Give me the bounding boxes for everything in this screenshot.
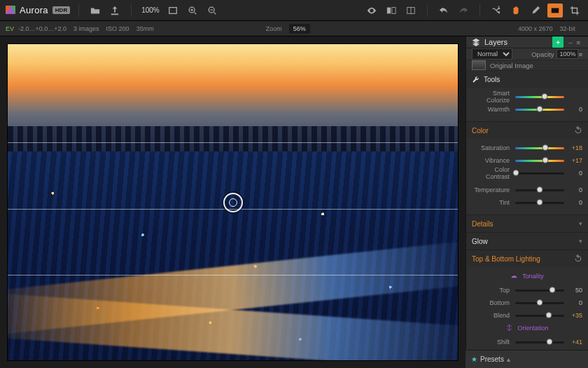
tonality-subheader: Tonality xyxy=(472,270,582,284)
opacity-value[interactable]: 100% xyxy=(556,49,578,59)
wrench-icon xyxy=(472,76,479,83)
layer-extra-button[interactable]: ≡ xyxy=(578,50,582,58)
info-bar: EV -2.0…+0.0…+2.0 3 images ISO 200 35mm … xyxy=(0,21,588,36)
app-name: Aurora xyxy=(20,5,48,15)
compare-button[interactable] xyxy=(384,4,399,18)
color-header[interactable]: Color xyxy=(466,122,588,139)
svg-rect-0 xyxy=(169,7,177,13)
layers-menu-button[interactable]: ≡ xyxy=(574,39,582,46)
opacity-label: Opacity xyxy=(512,50,556,58)
zoom-in-button[interactable] xyxy=(185,4,200,18)
star-icon: ★ xyxy=(471,355,477,363)
layer-options-row: Normal Opacity 100% ≡ xyxy=(466,48,588,60)
top-toolbar: Aurora HDR 100% xyxy=(0,0,588,21)
layers-title: Layers xyxy=(484,38,552,46)
redo-button[interactable] xyxy=(456,4,471,18)
brush-tool-button[interactable] xyxy=(528,4,543,18)
reset-icon[interactable] xyxy=(574,126,582,135)
ev-label: EV xyxy=(6,25,14,32)
preview-button[interactable] xyxy=(364,4,379,18)
shuffle-button[interactable] xyxy=(489,4,504,18)
blend-mode-select[interactable]: Normal xyxy=(472,48,512,60)
tools-title: Tools xyxy=(484,76,500,83)
reset-icon[interactable] xyxy=(574,254,582,263)
app-badge: HDR xyxy=(52,6,70,14)
blend-slider[interactable]: Blend+35 xyxy=(472,309,582,322)
chevron-up-icon: ▴ xyxy=(507,355,510,363)
presets-label: Presets xyxy=(480,355,504,363)
image-canvas[interactable] xyxy=(7,43,458,361)
open-button[interactable] xyxy=(88,4,103,18)
orientation-subheader: Orientation xyxy=(472,322,582,336)
glow-header[interactable]: Glow▾ xyxy=(466,233,588,250)
tonality-icon xyxy=(510,272,518,280)
color-contrast-slider[interactable]: Color Contrast 0 xyxy=(472,167,582,179)
saturation-slider[interactable]: Saturation +18 xyxy=(472,142,582,154)
bit-depth: 32-bit xyxy=(559,25,575,32)
canvas-area[interactable] xyxy=(0,36,465,368)
crop-tool-button[interactable] xyxy=(567,4,582,18)
zoom-label: Zoom xyxy=(266,25,282,32)
iso-value: ISO 200 xyxy=(106,25,130,32)
app-logo: Aurora HDR xyxy=(6,5,70,15)
temperature-slider[interactable]: Temperature 0 xyxy=(472,184,582,196)
split-compare-button[interactable] xyxy=(403,4,419,18)
gradient-center-handle[interactable] xyxy=(223,193,243,212)
layers-header: Layers + – ≡ xyxy=(466,36,588,48)
remove-layer-button[interactable]: – xyxy=(566,39,574,46)
tblight-header[interactable]: Top & Bottom Lighting xyxy=(466,250,588,267)
gradient-tool-button[interactable] xyxy=(547,4,563,18)
top-slider[interactable]: Top50 xyxy=(472,284,582,297)
tools-header[interactable]: Tools xyxy=(466,71,588,88)
image-count: 3 images xyxy=(74,25,99,32)
ev-range: -2.0…+0.0…+2.0 xyxy=(18,25,66,32)
hand-tool-button[interactable] xyxy=(508,4,524,18)
image-dimensions: 4000 x 2670 xyxy=(518,25,553,32)
svg-rect-4 xyxy=(392,7,396,13)
warmth-slider[interactable]: Warmth 0 xyxy=(472,103,582,116)
gradient-guide-line[interactable] xyxy=(8,275,458,275)
svg-rect-7 xyxy=(552,8,559,13)
svg-rect-3 xyxy=(387,7,391,13)
add-layer-button[interactable]: + xyxy=(552,36,564,48)
layer-row[interactable]: Original Image xyxy=(466,60,588,71)
bottom-slider[interactable]: Bottom0 xyxy=(472,297,582,309)
layer-name: Original Image xyxy=(490,62,533,69)
layer-thumbnail xyxy=(472,60,486,70)
zoom-out-button[interactable] xyxy=(204,4,220,18)
undo-button[interactable] xyxy=(436,4,451,18)
zoom-percent[interactable]: 100% xyxy=(140,6,161,14)
export-button[interactable] xyxy=(107,4,122,18)
smart-colorize-slider[interactable]: Smart Colorize xyxy=(472,90,582,103)
gradient-guide-line[interactable] xyxy=(8,142,458,143)
orientation-icon xyxy=(505,324,513,332)
fit-screen-button[interactable] xyxy=(165,4,181,18)
logo-mark-icon xyxy=(6,6,15,14)
right-panel: Layers + – ≡ Normal Opacity 100% ≡ Origi… xyxy=(465,36,588,368)
layers-icon xyxy=(472,38,480,46)
zoom-value[interactable]: 56% xyxy=(289,24,310,34)
shift-slider[interactable]: Shift+41 xyxy=(472,336,582,348)
vibrance-slider[interactable]: Vibrance +17 xyxy=(472,154,582,167)
tint-slider[interactable]: Tint 0 xyxy=(472,196,582,209)
presets-bar[interactable]: ★ Presets ▴ xyxy=(465,350,588,368)
details-header[interactable]: Details▾ xyxy=(466,215,588,232)
focal-length: 35mm xyxy=(136,25,154,32)
